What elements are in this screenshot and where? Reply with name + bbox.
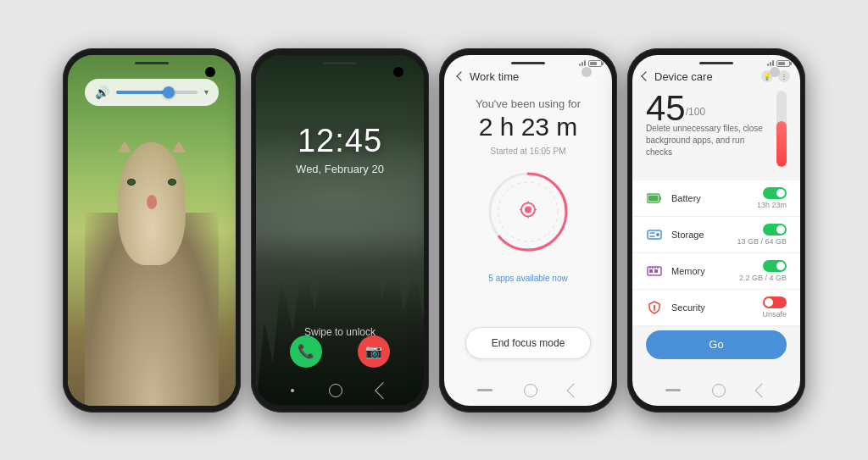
signal-bars bbox=[579, 60, 586, 66]
dc-memory-item[interactable]: Memory 2.2 GB / 4 GB bbox=[632, 253, 800, 290]
dc-storage-item[interactable]: Storage 13 GB / 64 GB bbox=[632, 217, 800, 253]
storage-svg-icon bbox=[647, 229, 662, 241]
svg-point-24 bbox=[654, 309, 655, 311]
phone4-screen: Device care 💡 ⋮ 45/100 Delete unnecessar… bbox=[632, 55, 800, 406]
phone-2: 12:45 Wed, February 20 Swipe to unlock 📞… bbox=[251, 48, 429, 413]
phone-4: Device care 💡 ⋮ 45/100 Delete unnecessar… bbox=[627, 48, 805, 413]
phone3-screen: Work time You've been using for 2 h 23 m… bbox=[444, 55, 612, 406]
cat-ear-left bbox=[118, 141, 131, 152]
svg-rect-21 bbox=[649, 269, 653, 273]
phone4-nav-bar bbox=[632, 384, 800, 397]
lockscreen-date: Wed, February 20 bbox=[256, 163, 424, 175]
dc-security-item[interactable]: Security Unsafe bbox=[632, 290, 800, 326]
phone1-screen: 🔊 ▾ bbox=[68, 55, 236, 406]
nav-home[interactable] bbox=[329, 384, 342, 397]
s1 bbox=[767, 64, 769, 66]
more-icon[interactable]: ⋮ bbox=[778, 70, 790, 82]
camera-icon[interactable]: 📷 bbox=[358, 335, 390, 368]
camera-hole-2 bbox=[393, 67, 403, 77]
focus-center-icon bbox=[518, 199, 538, 224]
nav-back-4[interactable] bbox=[755, 383, 770, 397]
battery-svg-icon bbox=[647, 193, 662, 203]
svg-point-13 bbox=[656, 233, 659, 236]
security-label: Security bbox=[671, 302, 762, 313]
security-right: Unsafe bbox=[762, 297, 787, 319]
volume-icon: 🔊 bbox=[95, 86, 109, 99]
focus-apps-available[interactable]: 5 apps available now bbox=[444, 274, 612, 283]
end-focus-button[interactable]: End focus mode bbox=[465, 327, 591, 359]
phone-3: Work time You've been using for 2 h 23 m… bbox=[439, 48, 617, 413]
devicecare-back[interactable] bbox=[641, 71, 650, 80]
phone2-bottom-icons: 📞 📷 bbox=[256, 335, 424, 368]
s2 bbox=[770, 62, 771, 66]
dc-go-button[interactable]: Go bbox=[646, 330, 787, 359]
cat-eye-left bbox=[128, 180, 135, 185]
dc-score-bar-fill bbox=[776, 121, 787, 167]
battery-toggle[interactable] bbox=[763, 187, 787, 199]
focus-using-for: You've been using for bbox=[444, 97, 612, 110]
phone2-nav-bar bbox=[256, 384, 424, 397]
volume-fill bbox=[116, 91, 169, 94]
dc-score-container: 45/100 bbox=[646, 91, 705, 126]
battery-item-icon bbox=[646, 190, 663, 207]
memory-toggle[interactable] bbox=[763, 260, 787, 272]
phone3-status bbox=[579, 60, 602, 67]
security-svg-icon bbox=[648, 301, 661, 314]
dc-score-max: /100 bbox=[686, 105, 705, 117]
phone-1: 🔊 ▾ bbox=[63, 48, 241, 413]
focus-time-display: 2 h 23 m bbox=[444, 113, 612, 141]
volume-track[interactable] bbox=[116, 91, 198, 94]
dc-description: Delete unnecessary files, close backgrou… bbox=[646, 123, 770, 158]
phone-icon[interactable]: 📞 bbox=[290, 335, 322, 368]
dc-battery-item[interactable]: Battery 13h 23m bbox=[632, 180, 800, 217]
devicecare-title: Device care bbox=[654, 70, 713, 83]
focus-circle bbox=[481, 165, 575, 258]
storage-right: 13 GB / 64 GB bbox=[737, 224, 787, 246]
nav-home-4[interactable] bbox=[712, 384, 726, 397]
storage-value: 13 GB / 64 GB bbox=[737, 237, 787, 246]
dc-items-list: Battery 13h 23m bbox=[632, 180, 800, 326]
battery-label: Battery bbox=[671, 193, 757, 203]
security-item-icon bbox=[646, 299, 663, 316]
nav-recent-4[interactable] bbox=[665, 389, 681, 391]
cat-ear-right bbox=[172, 141, 186, 152]
nav-home-3[interactable] bbox=[524, 384, 537, 397]
volume-thumb[interactable] bbox=[163, 86, 175, 98]
nav-back-3[interactable] bbox=[567, 383, 581, 397]
camera-hole-3 bbox=[581, 67, 592, 77]
devicecare-header-left: Device care bbox=[643, 70, 713, 83]
focus-moon-icon bbox=[518, 199, 538, 219]
fog-2 bbox=[256, 177, 424, 282]
storage-label: Storage bbox=[671, 230, 737, 240]
svg-point-4 bbox=[525, 206, 531, 213]
signal-1 bbox=[579, 64, 581, 66]
storage-item-icon bbox=[646, 226, 663, 243]
storage-toggle[interactable] bbox=[763, 224, 787, 236]
svg-rect-22 bbox=[654, 269, 658, 273]
phone4-status bbox=[767, 60, 790, 67]
focus-back-arrow[interactable] bbox=[456, 71, 465, 80]
svg-rect-10 bbox=[659, 197, 661, 200]
phone3-nav-bar bbox=[444, 384, 612, 397]
phone2-screen: 12:45 Wed, February 20 Swipe to unlock 📞… bbox=[256, 55, 424, 406]
dc-score-number: 45 bbox=[646, 88, 686, 128]
battery-tip-4 bbox=[790, 62, 792, 65]
battery-tip bbox=[602, 62, 604, 65]
camera-hole-1 bbox=[205, 67, 215, 77]
memory-label: Memory bbox=[671, 266, 739, 276]
lockscreen-clock: 12:45 bbox=[256, 123, 424, 159]
battery-value: 13h 23m bbox=[757, 201, 787, 209]
nav-recent[interactable] bbox=[291, 389, 294, 392]
memory-value: 2.2 GB / 4 GB bbox=[739, 274, 787, 282]
devicecare-header: Device care 💡 ⋮ bbox=[643, 70, 790, 83]
phones-container: 🔊 ▾ 12:45 Wed, Fe bbox=[54, 40, 814, 421]
volume-bar[interactable]: 🔊 ▾ bbox=[85, 79, 219, 106]
focus-started-at: Started at 16:05 PM bbox=[444, 147, 612, 156]
nav-recent-3[interactable] bbox=[477, 389, 492, 391]
memory-svg-icon bbox=[647, 266, 662, 276]
battery-level-4 bbox=[778, 62, 785, 65]
security-toggle[interactable] bbox=[763, 297, 787, 308]
volume-chevron[interactable]: ▾ bbox=[204, 87, 209, 97]
nav-back[interactable] bbox=[375, 382, 392, 399]
s3 bbox=[772, 60, 774, 66]
